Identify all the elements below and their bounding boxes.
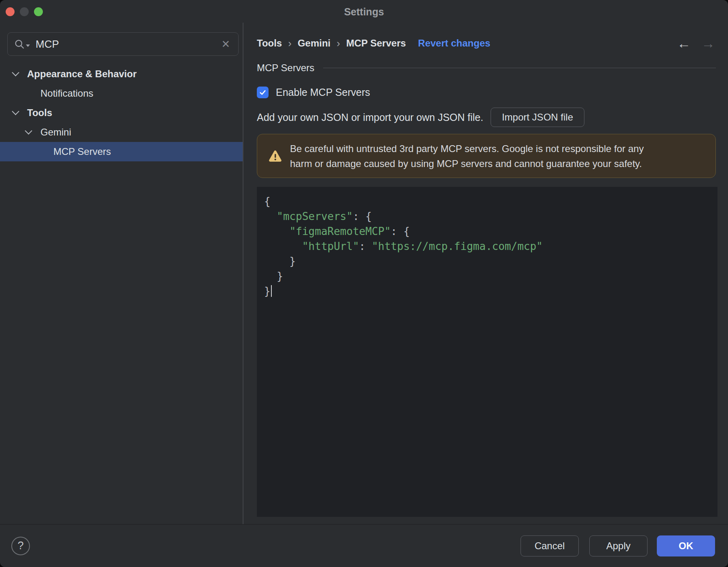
code-line: { bbox=[264, 194, 717, 209]
text-cursor bbox=[271, 285, 272, 297]
search-icon[interactable] bbox=[14, 39, 30, 50]
sidebar-item-mcp-servers[interactable]: MCP Servers bbox=[0, 142, 243, 161]
titlebar: Settings bbox=[0, 0, 728, 23]
breadcrumb-item-tools[interactable]: Tools bbox=[257, 38, 282, 49]
breadcrumb: Tools › Gemini › MCP Servers Revert chan… bbox=[257, 37, 728, 49]
enable-mcp-label: Enable MCP Servers bbox=[276, 87, 370, 98]
code-line: } bbox=[264, 269, 717, 284]
sidebar-item-label: Tools bbox=[27, 107, 52, 118]
sidebar-item-label: Notifications bbox=[40, 88, 93, 99]
chevron-down-icon[interactable] bbox=[12, 112, 19, 114]
help-button[interactable]: ? bbox=[11, 537, 30, 555]
enable-mcp-checkbox[interactable] bbox=[257, 87, 269, 98]
sidebar-item-label: Appearance & Behavior bbox=[27, 68, 137, 80]
warning-text-line1: Be careful with untrusted 3rd party MCP … bbox=[290, 141, 644, 156]
warning-banner: Be careful with untrusted 3rd party MCP … bbox=[257, 134, 716, 178]
search-box[interactable]: ✕ bbox=[7, 32, 239, 56]
window-title: Settings bbox=[0, 0, 728, 23]
section-header: MCP Servers bbox=[257, 62, 728, 74]
question-icon: ? bbox=[17, 539, 23, 552]
code-line: "mcpServers": { bbox=[264, 209, 717, 224]
back-arrow-icon[interactable]: ← bbox=[677, 36, 691, 51]
search-history-caret-icon bbox=[26, 44, 30, 47]
code-line: } bbox=[264, 254, 717, 269]
chevron-down-icon[interactable] bbox=[12, 73, 19, 75]
search-input[interactable] bbox=[35, 38, 221, 51]
ok-button[interactable]: OK bbox=[657, 535, 715, 556]
revert-changes-link[interactable]: Revert changes bbox=[418, 38, 491, 49]
enable-mcp-row: Enable MCP Servers bbox=[257, 85, 728, 99]
sidebar-item-appearance-behavior[interactable]: Appearance & Behavior bbox=[0, 64, 243, 84]
cancel-button[interactable]: Cancel bbox=[521, 535, 579, 556]
sidebar-item-tools[interactable]: Tools bbox=[0, 103, 243, 123]
section-divider bbox=[323, 68, 716, 68]
sidebar-item-label: MCP Servers bbox=[53, 146, 111, 157]
clear-search-icon[interactable]: ✕ bbox=[221, 39, 230, 49]
warning-text: Be careful with untrusted 3rd party MCP … bbox=[290, 141, 644, 171]
settings-tree: Appearance & BehaviorNotificationsToolsG… bbox=[0, 64, 243, 161]
breadcrumb-separator-icon: › bbox=[288, 37, 292, 50]
forward-arrow-icon[interactable]: → bbox=[701, 36, 715, 51]
add-json-row: Add your own JSON or import your own JSO… bbox=[257, 108, 728, 127]
sidebar-item-gemini[interactable]: Gemini bbox=[0, 123, 243, 142]
code-line: "figmaRemoteMCP": { bbox=[264, 224, 717, 239]
add-json-text: Add your own JSON or import your own JSO… bbox=[257, 112, 483, 123]
sidebar-item-label: Gemini bbox=[40, 127, 71, 138]
sidebar: ✕ Appearance & BehaviorNotificationsTool… bbox=[0, 23, 243, 525]
code-line: "httpUrl": "https://mcp.figma.com/mcp" bbox=[264, 239, 717, 254]
warning-icon bbox=[269, 150, 282, 162]
footer: ? Cancel Apply OK bbox=[0, 524, 728, 567]
chevron-down-icon[interactable] bbox=[25, 131, 32, 133]
checkbox-check-icon bbox=[259, 89, 267, 96]
breadcrumb-item-gemini[interactable]: Gemini bbox=[298, 38, 330, 49]
section-title: MCP Servers bbox=[257, 62, 314, 74]
breadcrumb-separator-icon: › bbox=[336, 37, 340, 50]
history-nav: ← → bbox=[677, 36, 728, 51]
warning-text-line2: harm or damage caused by using MCP serve… bbox=[290, 156, 644, 171]
sidebar-item-notifications[interactable]: Notifications bbox=[0, 84, 243, 103]
apply-button[interactable]: Apply bbox=[589, 535, 648, 556]
json-editor[interactable]: { "mcpServers": { "figmaRemoteMCP": { "h… bbox=[257, 187, 717, 517]
main-panel: Tools › Gemini › MCP Servers Revert chan… bbox=[243, 23, 728, 525]
settings-window: Settings ✕ Appearance & BehaviorNotifica… bbox=[0, 0, 728, 567]
json-editor-code: { "mcpServers": { "figmaRemoteMCP": { "h… bbox=[264, 194, 717, 299]
code-line: } bbox=[264, 284, 717, 299]
import-json-button[interactable]: Import JSON file bbox=[491, 108, 584, 127]
breadcrumb-item-mcp-servers[interactable]: MCP Servers bbox=[346, 38, 406, 49]
